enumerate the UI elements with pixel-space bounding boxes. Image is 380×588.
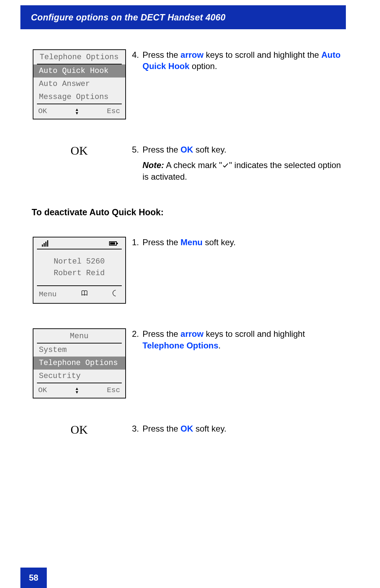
left-col-screen3: Menu System Telephone Options Secutrity … xyxy=(32,328,127,398)
updown-icon: ▲▼ xyxy=(76,109,78,114)
battery-icon xyxy=(109,241,117,246)
screen3-item: System xyxy=(37,343,122,357)
step5-body: Press the OK soft key. xyxy=(142,144,343,155)
row-step4: Telephone Options Auto Quick Hook Auto A… xyxy=(32,49,343,119)
screen-menu: Menu System Telephone Options Secutrity … xyxy=(33,328,126,398)
screen3-list: System Telephone Options Secutrity xyxy=(37,343,122,383)
left-col-screen1: Telephone Options Auto Quick Hook Auto A… xyxy=(32,49,127,119)
row-step5: OK 5. Press the OK soft key. Note: A che… xyxy=(32,144,343,182)
menu-keyword: Menu xyxy=(180,237,203,247)
step1-body: Press the Menu soft key. xyxy=(142,237,343,248)
check-icon xyxy=(222,160,229,170)
book-icon xyxy=(81,290,88,299)
step2-body: Press the arrow keys to scroll and highl… xyxy=(142,328,343,351)
screen1-item: Message Options xyxy=(37,91,122,104)
idle-line2: Robert Reid xyxy=(33,267,125,279)
header-title: Configure options on the DECT Handset 40… xyxy=(31,12,226,23)
step3-text: 3. Press the OK soft key. xyxy=(127,423,343,434)
row-step2: Menu System Telephone Options Secutrity … xyxy=(32,328,343,398)
content: Telephone Options Auto Quick Hook Auto A… xyxy=(32,49,343,461)
idle-line1: Nortel 5260 xyxy=(33,256,125,267)
screen1-item-selected: Auto Quick Hook xyxy=(33,64,125,78)
screen1-item: Auto Answer xyxy=(37,78,122,91)
idle-body: Nortel 5260 Robert Reid xyxy=(33,249,125,285)
footer-page-number: 58 xyxy=(20,568,47,588)
step3-body: Press the OK soft key. xyxy=(142,423,343,434)
screen3-softkeys: OK ▲▼ Esc xyxy=(33,383,125,398)
step2-num: 2. xyxy=(132,328,142,351)
screen3-title: Menu xyxy=(37,329,122,343)
screen3-item: Secutrity xyxy=(37,370,122,383)
screen3-item-selected: Telephone Options xyxy=(33,357,125,370)
ok-label: OK xyxy=(32,144,127,157)
step2-text: 2. Press the arrow keys to scroll and hi… xyxy=(127,328,343,351)
telephone-options-keyword: Telephone Options xyxy=(142,341,218,350)
softkey-ok: OK xyxy=(38,386,47,394)
moon-icon xyxy=(112,290,119,299)
screen-idle: Nortel 5260 Robert Reid Menu xyxy=(33,237,126,304)
softkey-esc: Esc xyxy=(107,107,120,115)
arrow-keyword: arrow xyxy=(180,329,203,339)
step4-num: 4. xyxy=(132,49,142,72)
ok-label: OK xyxy=(32,423,127,437)
subheader: To deactivate Auto Quick Hook: xyxy=(32,207,343,217)
softkey-esc: Esc xyxy=(107,386,120,394)
left-col-screen2: Nortel 5260 Robert Reid Menu xyxy=(32,237,127,304)
step5-note: Note: A check mark "" indicates the sele… xyxy=(132,160,343,182)
note-label: Note: xyxy=(142,160,164,170)
step5-num: 5. xyxy=(132,144,142,155)
status-row xyxy=(37,237,122,249)
ok-keyword: OK xyxy=(180,145,193,154)
screen2-softkeys: Menu xyxy=(33,286,125,303)
step5-text: 5. Press the OK soft key. Note: A check … xyxy=(127,144,343,182)
ok-keyword: OK xyxy=(180,424,193,433)
screen-telephone-options: Telephone Options Auto Quick Hook Auto A… xyxy=(33,49,126,119)
signal-icon xyxy=(42,240,48,247)
left-col-ok2: OK xyxy=(32,423,127,437)
screen1-list: Auto Quick Hook Auto Answer Message Opti… xyxy=(37,64,122,104)
step1-num: 1. xyxy=(132,237,142,248)
row-step1: Nortel 5260 Robert Reid Menu xyxy=(32,237,343,304)
arrow-keyword: arrow xyxy=(180,50,203,60)
page: Configure options on the DECT Handset 40… xyxy=(0,0,380,588)
step3-num: 3. xyxy=(132,423,142,434)
step1-text: 1. Press the Menu soft key. xyxy=(127,237,343,248)
softkey-ok: OK xyxy=(38,107,47,115)
step4-body: Press the arrow keys to scroll and highl… xyxy=(142,49,343,72)
left-col-ok1: OK xyxy=(32,144,127,157)
step4-text: 4. Press the arrow keys to scroll and hi… xyxy=(127,49,343,72)
updown-icon: ▲▼ xyxy=(76,388,78,393)
row-step3: OK 3. Press the OK soft key. xyxy=(32,423,343,437)
screen1-softkeys: OK ▲▼ Esc xyxy=(33,104,125,119)
softkey-menu: Menu xyxy=(39,290,57,298)
screen1-title: Telephone Options xyxy=(37,50,122,64)
header-bar: Configure options on the DECT Handset 40… xyxy=(20,5,346,29)
